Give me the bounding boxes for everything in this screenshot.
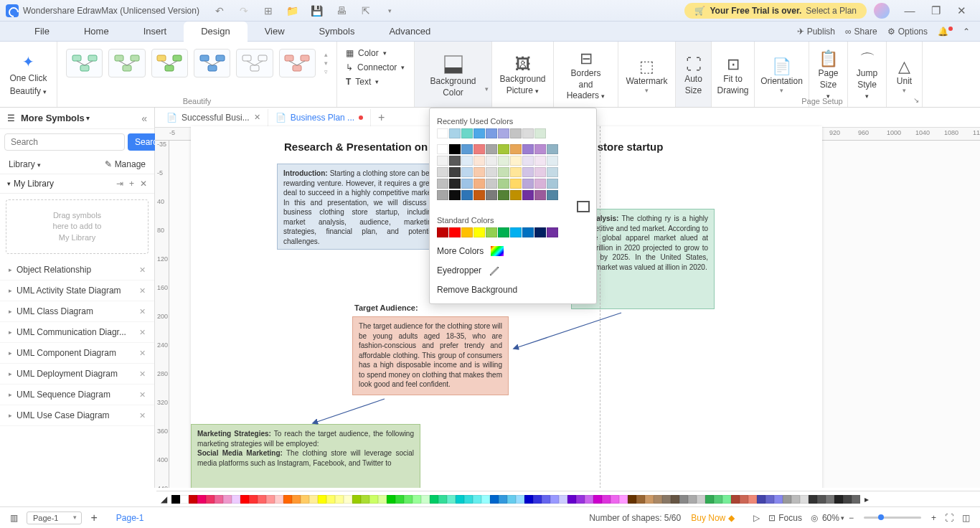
palette-swatch[interactable] xyxy=(826,495,834,504)
page-setup-launcher-icon[interactable]: ↘ xyxy=(913,96,919,104)
close-icon[interactable]: ✕ xyxy=(139,411,146,420)
user-avatar[interactable] xyxy=(874,3,890,19)
palette-swatch[interactable] xyxy=(206,495,215,504)
color-swatch[interactable] xyxy=(534,190,546,200)
category-item[interactable]: ▸UML Sequence Diagram✕ xyxy=(0,385,154,405)
palette-swatch[interactable] xyxy=(361,495,369,504)
color-swatch[interactable] xyxy=(510,179,522,189)
buy-now-button[interactable]: Buy Now ◆ xyxy=(687,512,739,524)
category-item[interactable]: ▸UML Class Diagram✕ xyxy=(0,301,154,322)
palette-swatch[interactable] xyxy=(533,495,542,504)
palette-swatch[interactable] xyxy=(697,495,705,504)
undo-icon[interactable]: ↶ xyxy=(214,5,225,16)
menu-view[interactable]: View xyxy=(248,22,302,42)
palette-swatch[interactable] xyxy=(740,495,748,504)
palette-swatch[interactable] xyxy=(326,495,335,504)
collapse-ribbon-icon[interactable]: ⌃ xyxy=(963,27,970,37)
color-swatch[interactable] xyxy=(547,167,558,177)
theme-swatch-2[interactable] xyxy=(108,49,145,77)
palette-swatch[interactable] xyxy=(490,495,499,504)
watermark-button[interactable]: ⬚ Watermark ▾ xyxy=(618,42,676,107)
palette-swatch[interactable] xyxy=(197,495,206,504)
color-swatch[interactable] xyxy=(461,156,473,166)
close-icon[interactable]: ✕ xyxy=(139,328,146,337)
color-swatch[interactable] xyxy=(534,179,546,189)
close-icon[interactable]: ✕ xyxy=(139,265,146,275)
color-swatch[interactable] xyxy=(461,167,473,177)
palette-swatch[interactable] xyxy=(283,495,292,504)
color-swatch[interactable] xyxy=(486,156,497,166)
remove-background-button[interactable]: Remove Background xyxy=(437,280,589,299)
palette-swatch[interactable] xyxy=(714,495,722,504)
palette-swatch[interactable] xyxy=(800,495,809,504)
palette-swatch[interactable] xyxy=(275,495,283,504)
close-icon[interactable]: ✕ xyxy=(139,369,146,379)
palette-swatch[interactable] xyxy=(550,495,559,504)
color-swatch[interactable] xyxy=(473,179,485,189)
color-swatch[interactable] xyxy=(461,227,473,237)
close-icon[interactable]: ✕ xyxy=(140,179,147,189)
trial-banner[interactable]: 🛒 Your Free Trial is over. Select a Plan xyxy=(684,3,867,19)
palette-swatch[interactable] xyxy=(585,495,593,504)
palette-swatch[interactable] xyxy=(774,495,783,504)
palette-swatch[interactable] xyxy=(705,495,714,504)
color-swatch[interactable] xyxy=(473,156,485,166)
theme-swatch-1[interactable] xyxy=(66,49,103,77)
palette-swatch[interactable] xyxy=(852,495,860,504)
palette-swatch[interactable] xyxy=(843,495,852,504)
import-icon[interactable]: ⇥ xyxy=(116,179,123,189)
add-icon[interactable]: + xyxy=(129,179,134,189)
color-swatch[interactable] xyxy=(510,227,522,237)
close-icon[interactable]: ✕ xyxy=(139,349,146,358)
my-library-label[interactable]: My Library xyxy=(14,179,54,189)
close-tab-icon[interactable]: ✕ xyxy=(254,113,260,122)
palette-swatch[interactable] xyxy=(301,495,309,504)
more-colors-button[interactable]: More Colors xyxy=(437,242,589,260)
palette-swatch[interactable] xyxy=(404,495,413,504)
zoom-in-button[interactable]: + xyxy=(927,512,941,524)
drop-symbols-area[interactable]: Drag symbols here to add to My Library xyxy=(6,199,149,254)
add-page-button[interactable]: + xyxy=(86,510,101,526)
palette-swatch[interactable] xyxy=(318,495,326,504)
palette-swatch[interactable] xyxy=(369,495,378,504)
palette-swatch[interactable] xyxy=(611,495,619,504)
category-item[interactable]: ▸Object Relationship✕ xyxy=(0,260,154,280)
palette-swatch[interactable] xyxy=(834,495,843,504)
background-picture-button[interactable]: 🖼 BackgroundPicture ▾ xyxy=(492,42,554,107)
color-swatch[interactable] xyxy=(437,179,448,189)
publish-button[interactable]: ✈Publish xyxy=(797,27,835,37)
theme-swatch-3[interactable] xyxy=(151,49,188,77)
palette-swatch[interactable] xyxy=(447,495,456,504)
color-swatch[interactable] xyxy=(534,156,546,166)
palette-swatch[interactable] xyxy=(722,495,731,504)
palette-swatch[interactable] xyxy=(817,495,826,504)
active-page-label[interactable]: Page-1 xyxy=(116,513,144,523)
unit-button[interactable]: △ Unit ▾ Page Setup ↘ xyxy=(887,42,923,107)
color-swatch[interactable] xyxy=(498,144,509,154)
background-color-button[interactable]: BackgroundColor ▾ xyxy=(415,42,492,107)
color-swatch[interactable] xyxy=(461,190,473,200)
color-swatch[interactable] xyxy=(522,144,534,154)
color-swatch[interactable] xyxy=(547,144,558,154)
color-swatch[interactable] xyxy=(498,179,509,189)
color-swatch[interactable] xyxy=(486,144,497,154)
palette-more-icon[interactable]: ▸ xyxy=(864,494,869,504)
palette-swatch[interactable] xyxy=(266,495,275,504)
palette-swatch[interactable] xyxy=(171,495,180,504)
palette-swatch[interactable] xyxy=(662,495,671,504)
theme-more-icon[interactable]: ▿ xyxy=(324,68,328,75)
palette-swatch[interactable] xyxy=(309,495,318,504)
qa-dropdown-icon[interactable]: ▾ xyxy=(385,5,396,16)
color-swatch[interactable] xyxy=(473,227,485,237)
close-icon[interactable]: ✕ xyxy=(139,390,146,400)
palette-swatch[interactable] xyxy=(688,495,697,504)
text-dropdown[interactable]: TText▾ xyxy=(343,75,408,89)
color-swatch[interactable] xyxy=(510,128,522,138)
color-swatch[interactable] xyxy=(498,128,509,138)
zoom-slider[interactable] xyxy=(864,517,921,519)
color-swatch[interactable] xyxy=(473,190,485,200)
one-click-beautify-button[interactable]: ✦ One Click Beautify ▾ xyxy=(0,42,57,107)
color-swatch[interactable] xyxy=(534,128,546,138)
palette-swatch[interactable] xyxy=(628,495,636,504)
chevron-down-icon[interactable]: ▾ xyxy=(86,114,90,122)
